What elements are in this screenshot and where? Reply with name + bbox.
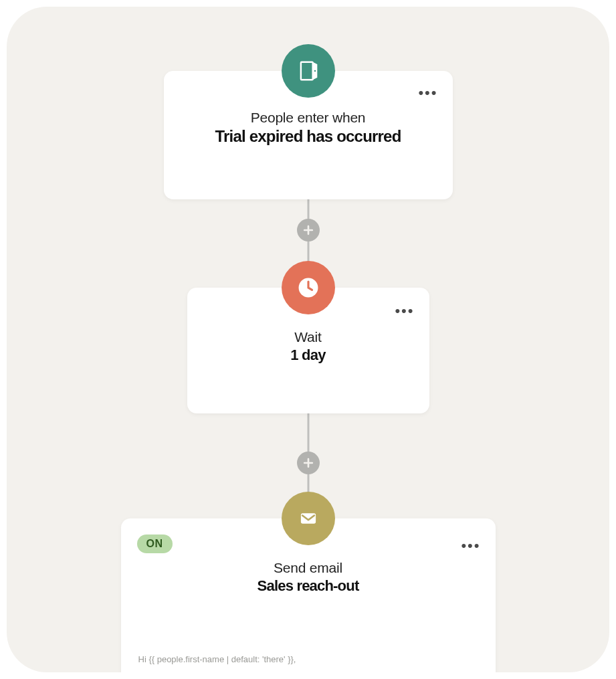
card-menu-button[interactable]: ••• <box>418 86 437 100</box>
email-preview-line: Hi {{ people.first-name | default: 'ther… <box>138 652 478 667</box>
ellipsis-icon: ••• <box>418 84 437 101</box>
email-preview-body: Hi {{ people.first-name | default: 'ther… <box>138 652 478 672</box>
svg-point-1 <box>314 70 315 72</box>
email-subtitle: Send email <box>121 560 496 576</box>
entry-subtitle: People enter when <box>164 110 453 126</box>
status-badge-label: ON <box>146 538 163 549</box>
svg-rect-0 <box>300 62 312 80</box>
plus-icon <box>302 456 315 470</box>
workflow-canvas: ••• People enter when Trial expired has … <box>7 7 609 672</box>
wait-badge <box>282 261 335 314</box>
entry-card-text: People enter when Trial expired has occu… <box>164 110 453 146</box>
add-step-button[interactable] <box>297 219 320 241</box>
door-icon <box>295 58 322 84</box>
status-badge: ON <box>137 535 173 553</box>
ellipsis-icon: ••• <box>395 302 414 319</box>
wait-title: 1 day <box>187 347 429 364</box>
entry-badge <box>282 44 335 98</box>
wait-subtitle: Wait <box>187 329 429 345</box>
plus-icon <box>302 223 315 237</box>
card-menu-button[interactable]: ••• <box>395 304 414 318</box>
card-menu-button[interactable]: ••• <box>461 539 480 553</box>
wait-card-text: Wait 1 day <box>187 329 429 364</box>
workflow-frame: ••• People enter when Trial expired has … <box>7 7 609 672</box>
ellipsis-icon: ••• <box>461 537 480 554</box>
add-step-button[interactable] <box>297 452 320 474</box>
email-badge <box>282 492 335 545</box>
entry-title: Trial expired has occurred <box>164 127 453 146</box>
svg-rect-3 <box>300 513 315 524</box>
envelope-icon <box>295 505 322 532</box>
email-title: Sales reach-out <box>121 577 496 595</box>
clock-icon <box>295 274 322 301</box>
email-card-text: Send email Sales reach-out <box>121 560 496 595</box>
